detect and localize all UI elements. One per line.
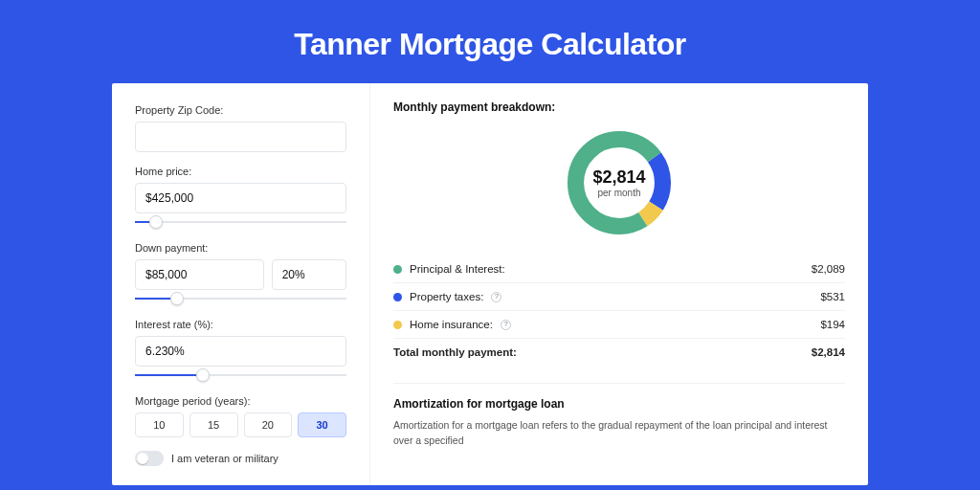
slider-thumb[interactable]	[170, 292, 184, 305]
breakdown-row: Home insurance:?$194	[393, 311, 845, 339]
info-icon[interactable]: ?	[501, 320, 511, 330]
price-label: Home price:	[135, 166, 346, 177]
rate-field: Interest rate (%):	[135, 319, 346, 382]
total-label: Total monthly payment:	[393, 346, 517, 358]
calculator-card: Property Zip Code: Home price: Down paym…	[112, 83, 868, 485]
period-button-20[interactable]: 20	[244, 412, 293, 437]
breakdown-total-row: Total monthly payment: $2,814	[393, 339, 845, 366]
price-field: Home price:	[135, 166, 346, 229]
donut-chart: $2,814 per month	[562, 125, 677, 240]
zip-field: Property Zip Code:	[135, 104, 346, 152]
zip-label: Property Zip Code:	[135, 104, 346, 116]
down-amount-input[interactable]	[135, 259, 264, 290]
breakdown-label: Property taxes:?	[393, 291, 501, 302]
breakdown-title: Monthly payment breakdown:	[393, 100, 845, 114]
down-pct-input[interactable]	[272, 259, 346, 290]
donut-center: $2,814 per month	[562, 125, 677, 240]
amortization-title: Amortization for mortgage loan	[393, 397, 845, 411]
period-button-30[interactable]: 30	[298, 412, 346, 437]
slider-track-fill	[135, 374, 203, 376]
amortization-section: Amortization for mortgage loan Amortizat…	[393, 383, 845, 449]
veteran-toggle-row: I am veteran or military	[135, 451, 346, 466]
slider-thumb[interactable]	[196, 368, 210, 382]
down-label: Down payment:	[135, 242, 346, 254]
page-title: Tanner Mortgage Calculator	[0, 0, 980, 83]
price-input[interactable]	[135, 183, 346, 213]
breakdown-value: $531	[820, 291, 845, 302]
amortization-text: Amortization for a mortgage loan refers …	[393, 418, 845, 449]
veteran-toggle[interactable]	[135, 451, 164, 466]
legend-dot-icon	[393, 265, 402, 274]
period-field: Mortgage period (years): 10152030	[135, 395, 346, 437]
breakdown-value: $194	[820, 319, 845, 330]
form-panel: Property Zip Code: Home price: Down paym…	[112, 83, 370, 485]
breakdown-label: Principal & Interest:	[393, 263, 505, 275]
breakdown-label-text: Home insurance:	[410, 319, 493, 330]
down-slider[interactable]	[135, 292, 346, 305]
info-icon[interactable]: ?	[491, 292, 501, 302]
veteran-label: I am veteran or military	[171, 453, 278, 464]
breakdown-label: Home insurance:?	[393, 319, 511, 330]
rate-label: Interest rate (%):	[135, 319, 346, 330]
breakdown-value: $2,089	[812, 263, 845, 275]
period-label: Mortgage period (years):	[135, 395, 346, 407]
slider-track	[135, 221, 346, 223]
breakdown-panel: Monthly payment breakdown: $2,814 per mo…	[370, 83, 868, 485]
breakdown-label-text: Property taxes:	[410, 291, 483, 302]
total-value: $2,814	[812, 346, 845, 358]
slider-thumb[interactable]	[149, 215, 163, 229]
donut-value: $2,814	[592, 167, 645, 188]
donut-chart-wrap: $2,814 per month	[393, 125, 845, 240]
period-button-15[interactable]: 15	[189, 412, 238, 437]
breakdown-label-text: Principal & Interest:	[410, 263, 505, 275]
rate-slider[interactable]	[135, 368, 346, 382]
period-button-10[interactable]: 10	[135, 412, 184, 437]
breakdown-row: Principal & Interest:$2,089	[393, 256, 845, 283]
donut-sub: per month	[597, 188, 640, 198]
price-slider[interactable]	[135, 215, 346, 229]
legend-dot-icon	[393, 293, 402, 301]
breakdown-row: Property taxes:?$531	[393, 283, 845, 311]
down-field: Down payment:	[135, 242, 346, 305]
rate-input[interactable]	[135, 336, 346, 367]
legend-dot-icon	[393, 321, 402, 329]
zip-input[interactable]	[135, 122, 346, 152]
toggle-knob	[137, 453, 148, 464]
